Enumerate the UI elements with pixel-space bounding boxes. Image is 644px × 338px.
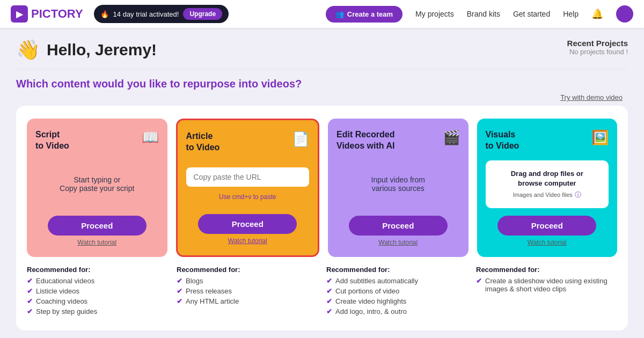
info-icon: ⓘ xyxy=(575,190,581,200)
card-title-article: Article to Video xyxy=(186,131,220,153)
check-icon: ✔ xyxy=(476,277,482,285)
logo-icon: ▶ xyxy=(11,5,28,23)
card-body-article: Use cmd+v to paste xyxy=(186,162,310,207)
card-title-edit: Edit Recorded Videos with AI xyxy=(336,129,394,152)
recent-projects-title: Recent Projects xyxy=(567,39,628,48)
top-section: 👋 Hello, Jeremy! Recent Projects No proj… xyxy=(16,39,628,61)
card-body-script: Start typing or Copy paste your script xyxy=(35,160,159,208)
rec-item: ✔Blogs xyxy=(177,277,318,285)
drag-drop-subtitle: Images and Video files ⓘ xyxy=(492,190,603,200)
article-to-video-card: Article to Video 📄 Use cmd+v to paste Pr… xyxy=(176,119,320,257)
help-link[interactable]: Help xyxy=(563,10,579,18)
recent-projects: Recent Projects No projects found ! xyxy=(567,39,628,56)
cards-wrapper: Script to Video 📖 Start typing or Copy p… xyxy=(16,106,628,330)
rec-item: ✔Create a slideshow video using existing… xyxy=(476,277,617,293)
rec-title-visuals: Recommended for: xyxy=(476,266,617,274)
check-icon: ✔ xyxy=(326,277,332,285)
get-started-link[interactable]: Get started xyxy=(513,10,550,18)
proceed-button-article[interactable]: Proceed xyxy=(198,214,297,234)
rec-item: ✔Coaching videos xyxy=(27,297,168,305)
drag-drop-text: Drag and drop files or browse computer xyxy=(492,169,603,188)
trial-text: 14 day trial activated! xyxy=(113,10,179,18)
check-icon: ✔ xyxy=(326,307,332,315)
upgrade-button[interactable]: Upgrade xyxy=(183,8,222,20)
divider xyxy=(16,69,628,69)
people-icon: 👥 xyxy=(335,10,344,18)
check-icon: ✔ xyxy=(27,287,33,295)
greeting: 👋 Hello, Jeremy! xyxy=(16,39,157,61)
script-to-video-card: Script to Video 📖 Start typing or Copy p… xyxy=(27,119,167,257)
rec-item: ✔Listicle videos xyxy=(27,287,168,295)
section-question: Which content would you like to repurpos… xyxy=(16,78,628,90)
cards-row: Script to Video 📖 Start typing or Copy p… xyxy=(27,119,617,257)
card-body-edit: Input video from various sources xyxy=(336,160,460,208)
recommended-article: Recommended for: ✔Blogs ✔Press releases … xyxy=(177,266,318,318)
create-team-button[interactable]: 👥 Create a team xyxy=(326,6,402,23)
greeting-text: Hello, Jeremy! xyxy=(47,41,157,59)
header-nav: 👥 Create a team My projects Brand kits G… xyxy=(326,5,633,23)
image-icon: 🖼️ xyxy=(591,129,609,146)
proceed-button-visuals[interactable]: Proceed xyxy=(497,216,596,236)
check-icon: ✔ xyxy=(326,287,332,295)
watch-tutorial-script[interactable]: Watch tutorial xyxy=(77,239,116,246)
card-body-visuals: Drag and drop files or browse computer I… xyxy=(486,160,609,208)
rec-item: ✔Create video highlights xyxy=(326,297,467,305)
rec-title-edit: Recommended for: xyxy=(326,266,467,274)
check-icon: ✔ xyxy=(27,307,33,315)
card-header-script: Script to Video 📖 xyxy=(35,129,159,152)
edit-recorded-card: Edit Recorded Videos with AI 🎬 Input vid… xyxy=(328,119,469,257)
rec-item: ✔Educational videos xyxy=(27,277,168,285)
recommended-row: Recommended for: ✔Educational videos ✔Li… xyxy=(27,266,617,318)
my-projects-link[interactable]: My projects xyxy=(415,10,454,18)
check-icon: ✔ xyxy=(27,297,33,305)
watch-tutorial-article[interactable]: Watch tutorial xyxy=(228,237,267,245)
card-header-edit: Edit Recorded Videos with AI 🎬 xyxy=(336,129,460,152)
rec-item: ✔Cut portions of video xyxy=(326,287,467,295)
proceed-button-edit[interactable]: Proceed xyxy=(349,216,448,236)
rec-item: ✔Any HTML article xyxy=(177,297,318,305)
card-header-article: Article to Video 📄 xyxy=(186,131,310,153)
rec-item: ✔Add subtitles automatically xyxy=(326,277,467,285)
recent-projects-empty: No projects found ! xyxy=(567,48,628,56)
script-description: Start typing or Copy paste your script xyxy=(60,175,134,193)
video-edit-icon: 🎬 xyxy=(443,129,460,146)
main-content: 👋 Hello, Jeremy! Recent Projects No proj… xyxy=(0,28,644,338)
article-icon: 📄 xyxy=(292,131,309,148)
book-icon: 📖 xyxy=(142,129,159,146)
check-icon: ✔ xyxy=(27,277,33,285)
bell-icon[interactable]: 🔔 xyxy=(591,8,603,20)
url-input[interactable] xyxy=(186,167,310,187)
rec-item: ✔Add logo, intro, & outro xyxy=(326,307,467,315)
demo-link-row: Try with demo video xyxy=(16,93,628,101)
check-icon: ✔ xyxy=(177,297,182,305)
brand-kits-link[interactable]: Brand kits xyxy=(467,10,500,18)
rec-item: ✔Step by step guides xyxy=(27,307,168,315)
check-icon: ✔ xyxy=(326,297,332,305)
demo-link[interactable]: Try with demo video xyxy=(560,93,623,101)
watch-tutorial-edit[interactable]: Watch tutorial xyxy=(378,239,418,246)
logo-text: PICTORY xyxy=(31,7,83,21)
visuals-to-video-card: Visuals to Video 🖼️ Drag and drop files … xyxy=(477,119,618,257)
proceed-button-script[interactable]: Proceed xyxy=(48,216,147,236)
edit-description: Input video from various sources xyxy=(371,175,425,193)
recommended-visuals: Recommended for: ✔Create a slideshow vid… xyxy=(476,266,617,318)
rec-title-article: Recommended for: xyxy=(177,266,318,274)
drag-drop-area[interactable]: Drag and drop files or browse computer I… xyxy=(486,160,609,208)
logo: ▶ PICTORY xyxy=(11,5,83,23)
rec-title-script: Recommended for: xyxy=(27,266,168,274)
watch-tutorial-visuals[interactable]: Watch tutorial xyxy=(528,239,567,246)
card-title-script: Script to Video xyxy=(35,129,69,152)
check-icon: ✔ xyxy=(177,277,182,285)
check-icon: ✔ xyxy=(177,287,182,295)
card-header-visuals: Visuals to Video 🖼️ xyxy=(486,129,609,152)
header: ▶ PICTORY 🔥 14 day trial activated! Upgr… xyxy=(0,0,644,28)
recommended-edit: Recommended for: ✔Add subtitles automati… xyxy=(326,266,467,318)
card-title-visuals: Visuals to Video xyxy=(486,129,519,152)
recommended-script: Recommended for: ✔Educational videos ✔Li… xyxy=(27,266,168,318)
rec-item: ✔Press releases xyxy=(177,287,318,295)
trial-badge: 🔥 14 day trial activated! Upgrade xyxy=(94,5,229,23)
url-hint: Use cmd+v to paste xyxy=(219,193,276,201)
avatar[interactable] xyxy=(616,5,633,23)
url-input-container xyxy=(186,167,310,187)
wave-emoji: 👋 xyxy=(16,39,40,61)
